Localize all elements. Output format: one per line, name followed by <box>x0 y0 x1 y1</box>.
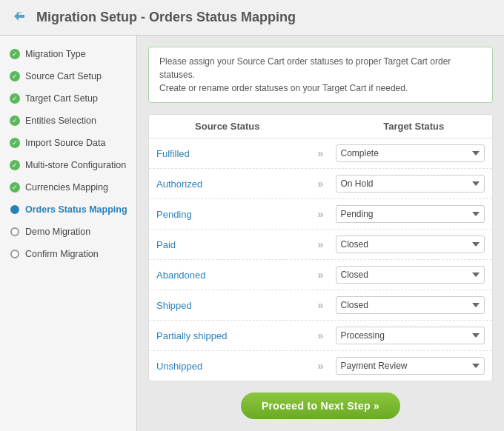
table-row: Abandoned » CompleteOn HoldPendingClosed… <box>149 260 492 290</box>
table-header: Source Status Target Status <box>149 115 492 138</box>
source-status-value: Paid <box>156 239 306 250</box>
target-status-select[interactable]: CompleteOn HoldPendingClosedProcessingPa… <box>336 175 485 193</box>
info-text-line2: Create or rename order statuses on your … <box>159 81 482 95</box>
table-row: Pending » CompleteOn HoldPendingClosedPr… <box>149 199 492 230</box>
sidebar-item-label: Target Cart Setup <box>25 93 98 104</box>
target-status-select-wrapper: CompleteOn HoldPendingClosedProcessingPa… <box>336 175 485 193</box>
target-status-select[interactable]: CompleteOn HoldPendingClosedProcessingPa… <box>336 144 485 162</box>
check-icon: ✓ <box>9 159 21 171</box>
radio-filled-icon <box>9 204 21 216</box>
target-status-select[interactable]: CompleteOn HoldPendingClosedProcessingPa… <box>336 235 485 253</box>
proceed-button[interactable]: Proceed to Next Step » <box>241 392 400 419</box>
check-icon: ✓ <box>9 48 21 60</box>
sidebar-item-currencies-mapping[interactable]: ✓ Currencies Mapping <box>0 176 136 198</box>
source-status-value: Partially shipped <box>156 330 306 341</box>
target-status-select-wrapper: CompleteOn HoldPendingClosedProcessingPa… <box>336 205 485 223</box>
table-row: Authorized » CompleteOn HoldPendingClose… <box>149 169 492 199</box>
arrow-icon: » <box>306 360 336 372</box>
source-status-value: Fulfilled <box>156 148 306 159</box>
check-icon: ✓ <box>9 181 21 193</box>
arrow-icon: » <box>306 299 336 311</box>
arrow-icon: » <box>306 178 336 190</box>
target-status-select-wrapper: CompleteOn HoldPendingClosedProcessingPa… <box>336 327 485 344</box>
target-status-select-wrapper: CompleteOn HoldPendingClosedProcessingPa… <box>336 235 485 253</box>
sidebar-item-label: Entities Selection <box>25 116 96 126</box>
sidebar-item-import-source-data[interactable]: ✓ Import Source Data <box>0 132 136 154</box>
radio-icon <box>9 226 21 238</box>
check-icon: ✓ <box>9 70 21 82</box>
source-status-value: Shipped <box>156 300 306 311</box>
arrow-icon: » <box>306 147 336 159</box>
target-status-select[interactable]: CompleteOn HoldPendingClosedProcessingPa… <box>336 327 485 344</box>
page-header: Migration Setup - Orders Status Mapping <box>0 0 504 36</box>
sidebar-item-label: Import Source Data <box>25 138 105 148</box>
content-area: Please assign your Source Cart order sta… <box>137 36 504 431</box>
main-layout: ✓ Migration Type ✓ Source Cart Setup ✓ T… <box>0 36 504 431</box>
table-row: Unshipped » CompleteOn HoldPendingClosed… <box>149 351 492 381</box>
check-icon: ✓ <box>9 115 21 127</box>
source-status-value: Unshipped <box>156 361 306 372</box>
sidebar-item-source-cart-setup[interactable]: ✓ Source Cart Setup <box>0 65 136 87</box>
arrow-icon: » <box>306 208 336 220</box>
arrow-icon: » <box>306 238 336 250</box>
sidebar-item-entities-selection[interactable]: ✓ Entities Selection <box>0 110 136 132</box>
sidebar-item-migration-type[interactable]: ✓ Migration Type <box>0 43 136 65</box>
check-icon: ✓ <box>9 137 21 149</box>
sidebar-item-label: Multi-store Configuration <box>25 160 126 170</box>
check-icon: ✓ <box>9 93 21 104</box>
table-row: Shipped » CompleteOn HoldPendingClosedPr… <box>149 290 492 321</box>
target-status-header: Target Status <box>336 121 493 132</box>
bottom-bar: Proceed to Next Step » <box>148 381 493 430</box>
target-status-select-wrapper: CompleteOn HoldPendingClosedProcessingPa… <box>336 144 485 162</box>
sidebar-item-orders-status-mapping[interactable]: Orders Status Mapping <box>0 198 136 221</box>
target-status-select[interactable]: CompleteOn HoldPendingClosedProcessingPa… <box>336 357 485 375</box>
target-status-select-wrapper: CompleteOn HoldPendingClosedProcessingPa… <box>336 296 485 314</box>
mapping-table: Source Status Target Status Fulfilled » … <box>148 114 493 381</box>
sidebar-item-label: Source Cart Setup <box>25 71 102 81</box>
source-status-value: Pending <box>156 209 306 220</box>
sidebar-item-demo-migration[interactable]: Demo Migration <box>0 221 136 243</box>
source-status-value: Abandoned <box>156 270 306 281</box>
radio-icon <box>9 248 21 260</box>
table-row: Paid » CompleteOn HoldPendingClosedProce… <box>149 230 492 260</box>
arrow-icon: » <box>306 269 336 281</box>
info-text-line1: Please assign your Source Cart order sta… <box>159 55 482 81</box>
sidebar-item-label: Currencies Mapping <box>25 182 108 193</box>
table-row: Partially shipped » CompleteOn HoldPendi… <box>149 321 492 351</box>
table-row: Fulfilled » CompleteOn HoldPendingClosed… <box>149 138 492 169</box>
sidebar-item-label: Demo Migration <box>25 227 90 237</box>
target-status-select[interactable]: CompleteOn HoldPendingClosedProcessingPa… <box>336 296 485 314</box>
mapping-rows: Fulfilled » CompleteOn HoldPendingClosed… <box>149 138 492 381</box>
target-status-select-wrapper: CompleteOn HoldPendingClosedProcessingPa… <box>336 266 485 284</box>
migration-icon <box>11 7 29 27</box>
sidebar-item-label: Orders Status Mapping <box>25 204 127 215</box>
sidebar: ✓ Migration Type ✓ Source Cart Setup ✓ T… <box>0 36 137 431</box>
info-box: Please assign your Source Cart order sta… <box>148 47 493 103</box>
arrow-icon: » <box>306 330 336 341</box>
target-status-select[interactable]: CompleteOn HoldPendingClosedProcessingPa… <box>336 205 485 223</box>
sidebar-item-label: Migration Type <box>25 49 86 59</box>
sidebar-item-target-cart-setup[interactable]: ✓ Target Cart Setup <box>0 87 136 110</box>
source-status-value: Authorized <box>156 178 306 190</box>
source-status-header: Source Status <box>149 121 306 132</box>
page-title: Migration Setup - Orders Status Mapping <box>36 10 296 25</box>
sidebar-item-multi-store-configuration[interactable]: ✓ Multi-store Configuration <box>0 154 136 176</box>
sidebar-item-confirm-migration[interactable]: Confirm Migration <box>0 243 136 265</box>
sidebar-item-label: Confirm Migration <box>25 249 99 259</box>
target-status-select-wrapper: CompleteOn HoldPendingClosedProcessingPa… <box>336 357 485 375</box>
target-status-select[interactable]: CompleteOn HoldPendingClosedProcessingPa… <box>336 266 485 284</box>
